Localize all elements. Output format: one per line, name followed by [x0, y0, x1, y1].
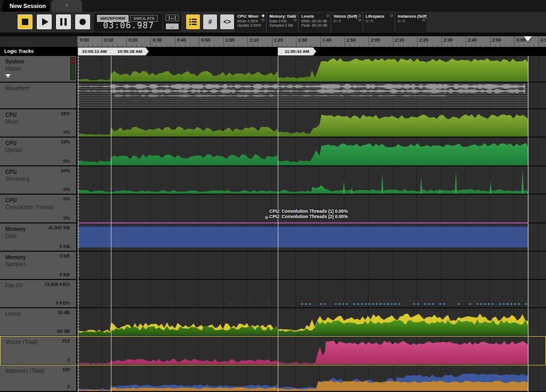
voices-total-graph[interactable] [77, 337, 546, 365]
status-panel-instances-self-[interactable]: Instances (Self)0 / 0 [395, 13, 427, 32]
list-view-icon [189, 19, 197, 25]
status-panel-levels[interactable]: LevelsRMS -80.00 dBPeak -80.00 dB [298, 13, 330, 32]
pause-icon [60, 18, 62, 26]
timeline-ruler[interactable]: 0:000:100:200:300:400:501:001:101:201:30… [0, 36, 546, 47]
cpu-mixer-graph[interactable] [77, 109, 546, 138]
track-name: Mixer [5, 119, 18, 125]
playhead-line[interactable] [528, 56, 528, 392]
ruler-tick-2:30: 2:30 [441, 36, 465, 47]
add-tab-button[interactable]: + [51, 0, 82, 12]
track-header-file-i-o[interactable]: File I/O72,656 KB/s0 KB/s [0, 280, 76, 308]
play-icon [42, 18, 49, 26]
track-name: Update [5, 147, 22, 153]
status-panel-line: 0 / 0 [334, 19, 360, 23]
track-header-waveform[interactable]: Waveform [0, 83, 76, 109]
collapse-arrow-icon[interactable] [5, 74, 11, 78]
session-main-area: System MasterWaveformCPU Mixer28%0%CPU U… [0, 56, 546, 392]
track-header-instances-total-[interactable]: Instances (Total)1500 [0, 365, 76, 392]
track-group-name: Memory [5, 254, 26, 260]
indicator-filled-icon [262, 14, 264, 17]
track-max-value: 28% [61, 111, 70, 116]
cpu-streaming-graph[interactable] [77, 166, 546, 195]
record-button[interactable] [75, 14, 91, 30]
track-min-value: 0% [63, 158, 70, 164]
track-max-value: 0% [63, 196, 70, 202]
ruler-tick-2:50: 2:50 [490, 36, 514, 47]
ruler-tick-2:40: 2:40 [465, 36, 489, 47]
api-view-button[interactable]: <> [220, 14, 235, 30]
fit-horizontal-button[interactable]: |↔| [165, 14, 179, 21]
status-panel-lifespans[interactable]: Lifespans0 / 0 [363, 13, 395, 32]
status-panel-line: Mixer 4.58% [237, 19, 264, 23]
ruler-tick-0:00: 0:00 [78, 36, 102, 47]
status-panel-title: CPU: Mixer [237, 14, 264, 19]
instances-total-graph[interactable] [77, 365, 546, 392]
play-button[interactable] [36, 14, 52, 30]
track-header-Memory-samples[interactable]: Memory Samples0 KB0 KB [0, 252, 76, 280]
track-header-levels[interactable]: Levels10 dB-80 dB [0, 308, 76, 337]
indicator-hollow-icon [390, 14, 393, 17]
track-min-value: 0% [63, 187, 70, 192]
track-header-Memory-data[interactable]: Memory Data41,947 KB0 KB [0, 223, 76, 252]
track-group-name: CPU [5, 140, 17, 146]
hover-point-icon [265, 216, 268, 219]
session-marker-flag[interactable]: 10:56:28 AM [111, 47, 149, 55]
track-name: Master [5, 66, 22, 71]
track-name: Data [5, 233, 17, 239]
step-forward-button[interactable]: → [165, 23, 179, 30]
memory-data-graph[interactable] [77, 223, 546, 252]
status-indicators [294, 14, 296, 21]
status-panel-title: Lifespans [366, 14, 392, 19]
playhead-handle[interactable] [524, 36, 532, 42]
track-max-value: 10% [61, 139, 70, 145]
track-header-CPU-mixer[interactable]: CPU Mixer28%0% [0, 109, 76, 138]
track-header-CPU-convolution-threads[interactable]: CPU Convolution Threads0%0% [0, 195, 76, 223]
stop-button[interactable] [17, 14, 33, 30]
ruler-tick-1:20: 1:20 [272, 36, 296, 47]
track-header-CPU-streaming[interactable]: CPU Streaming10%0% [0, 166, 76, 195]
pause-button[interactable] [55, 14, 71, 30]
track-name: Samples [5, 261, 26, 267]
track-name: Voices (Total) [5, 339, 37, 345]
system-master-graph[interactable] [77, 56, 546, 83]
track-group-name: CPU [5, 169, 17, 175]
ruler-scale[interactable]: 0:000:100:200:300:400:501:001:101:201:30… [77, 36, 546, 47]
track-min-value: 0% [63, 215, 70, 221]
status-panel-line: RMS -80.00 dB [301, 19, 328, 23]
graph-area[interactable]: CPU: Convolution Threads (1) 0.00% CPU: … [77, 56, 546, 392]
levels-graph[interactable] [77, 308, 546, 337]
ruler-tick-3:10: 3:10 [539, 36, 546, 47]
grid-view-icon: # [208, 18, 212, 26]
track-max-value: 10% [61, 168, 70, 173]
file-io-graph[interactable] [77, 280, 546, 308]
track-header-CPU-update[interactable]: CPU Update10%0% [0, 138, 76, 166]
track-min-value: 0 [67, 384, 70, 389]
track-max-value: 72,656 KB/s [44, 282, 70, 287]
status-panel-line: Update 3.59% [237, 23, 264, 27]
session-marker-flag[interactable]: 10:08:13 AM [78, 47, 111, 55]
status-indicators [326, 14, 329, 17]
time-readout: 03:06.987 [97, 20, 160, 30]
track-max-value: 10 dB [58, 310, 70, 315]
track-header-panel: System MasterWaveformCPU Mixer28%0%CPU U… [0, 56, 77, 392]
cpu-update-graph[interactable] [77, 138, 546, 166]
grid-view-button[interactable]: # [203, 14, 218, 30]
tab-new-session[interactable]: New Session [2, 0, 49, 12]
track-header-voices-total-[interactable]: Voices (Total)2230 [0, 337, 76, 365]
indicator-hollow-icon [422, 14, 425, 17]
indicator-hollow-icon [422, 19, 425, 21]
status-panel-memory-data[interactable]: Memory: DataData 0 KBSamples 0 KB [266, 13, 298, 32]
marker-line [278, 56, 278, 392]
status-panel-voices-self-[interactable]: Voices (Self)0 / 0 [331, 13, 363, 32]
marker-row[interactable]: Logic Tracks 10:08:13 AM10:56:28 AM11:00… [0, 47, 546, 56]
session-marker-flag[interactable]: 11:00:42 AM [278, 47, 316, 55]
track-min-value: 0 KB/s [56, 300, 70, 306]
status-panel-cpu-mixer[interactable]: CPU: MixerMixer 4.58%Update 3.59% [235, 13, 266, 32]
track-header-System-master[interactable]: System Master [0, 56, 76, 83]
master-level-meter [70, 57, 75, 80]
status-panel-title: Voices (Self) [334, 14, 360, 19]
memory-samples-graph[interactable] [77, 252, 546, 280]
waveform-graph[interactable] [77, 83, 546, 109]
tracks-view-button[interactable] [186, 14, 200, 30]
track-max-value: 0 KB [60, 253, 70, 259]
